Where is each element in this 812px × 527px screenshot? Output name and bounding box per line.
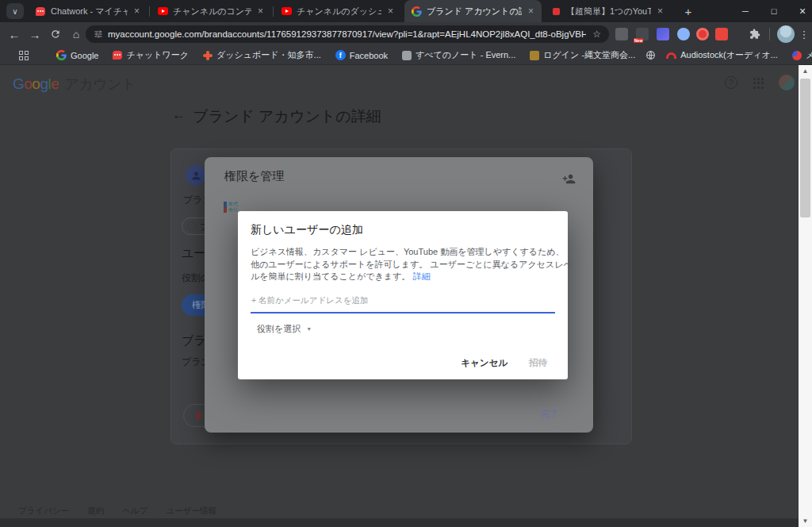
page-back-arrow-icon[interactable]: ← [172, 107, 186, 123]
footer-link-user-info[interactable]: ユーザー情報 [166, 506, 216, 517]
tab-title: チャンネルのダッシュボード - YouTu [297, 6, 381, 17]
page-viewport: Googleアカウント ? ← ブランド アカウントの詳細 ブラン ? ブ ユー… [0, 65, 812, 527]
close-tab-icon[interactable]: × [527, 6, 535, 17]
tab-youtube-content[interactable]: チャンネルのコンテンツ - YouTube S × [151, 0, 271, 22]
scroll-up-icon[interactable]: ▲ [799, 65, 812, 77]
blue-extension-icon[interactable] [657, 28, 669, 40]
cancel-button[interactable]: キャンセル [461, 357, 508, 369]
mercari-favicon-icon [792, 51, 802, 60]
window-minimize-button[interactable]: ─ [733, 0, 758, 22]
profile-avatar[interactable] [777, 25, 795, 43]
reload-button[interactable] [46, 25, 65, 43]
back-button[interactable]: ← [5, 25, 24, 43]
bookmark-evernote[interactable]: すべてのノート - Evern... [402, 49, 515, 61]
close-window-icon: × [799, 5, 806, 17]
tab-chatwork[interactable]: Chatwork - マイチャット × [29, 0, 147, 22]
chevron-down-icon: ∨ [12, 7, 17, 16]
bookmark-label: Facebook [350, 51, 388, 60]
chatwork-favicon-icon [113, 51, 122, 60]
new-badge-extension-icon[interactable]: New [636, 28, 649, 40]
scroll-down-icon[interactable]: ▼ [799, 515, 812, 527]
maximize-icon: □ [772, 6, 777, 16]
globe-favicon-icon [645, 50, 656, 60]
bookmark-jomondo-login[interactable]: ログイン -縄文堂商会... [530, 49, 635, 61]
caret-down-icon: ▼ [306, 326, 312, 332]
person-add-icon[interactable] [562, 172, 576, 186]
close-tab-icon[interactable]: × [256, 6, 265, 17]
question-icon: ? [187, 221, 197, 231]
body-line: ビジネス情報、カスタマー レビュー、YouTube 動画を管理しやすくするため、 [251, 246, 573, 259]
bookmark-globe[interactable] [645, 50, 656, 60]
cloud-extension-icon[interactable] [677, 28, 690, 40]
forward-button[interactable]: → [25, 25, 44, 43]
apps-grid-icon[interactable] [19, 51, 29, 60]
plus-icon: + [685, 5, 692, 18]
footer-link-privacy[interactable]: プライバシー [18, 506, 69, 517]
bookmark-audiostock[interactable]: Audiostock(オーディオ... [666, 49, 778, 61]
facebook-favicon-icon: f [335, 50, 346, 60]
name-or-email-input[interactable] [251, 292, 555, 314]
role-select[interactable]: 役割を選択 ▼ [257, 323, 312, 335]
help-button[interactable]: ? [725, 76, 737, 89]
new-tab-button[interactable]: + [679, 2, 698, 20]
red-circle-extension-icon[interactable] [696, 28, 709, 40]
bookmark-mercari[interactable]: メルカリ - 日本最大の... [792, 49, 812, 61]
close-tab-icon[interactable]: × [132, 6, 141, 17]
close-tab-icon[interactable]: × [386, 6, 395, 17]
url-text[interactable]: myaccount.google.com/brandaccounts/11765… [108, 29, 586, 39]
tab-brand-account-active[interactable]: ブランド アカウントの詳細 × [404, 0, 542, 22]
add-dialog-title: 新しいユーザーの追加 [251, 223, 363, 237]
plus-favicon-icon [203, 51, 213, 60]
bookmark-label: チャットワーク [126, 49, 189, 61]
add-dialog-body: ビジネス情報、カスタマー レビュー、YouTube 動画を管理しやすくするため、… [251, 246, 573, 283]
home-button[interactable]: ⌂ [67, 25, 86, 43]
google-account-logo[interactable]: Googleアカウント [13, 75, 136, 94]
bookmark-label: メルカリ - 日本最大の... [806, 49, 812, 61]
window-close-button[interactable]: × [790, 0, 812, 22]
brand-owner-row: 株式会社 [224, 202, 239, 214]
window-bottom-edge [0, 518, 812, 527]
extensions-button[interactable] [745, 25, 764, 43]
camera-extension-icon[interactable] [615, 28, 628, 40]
evernote-favicon-icon [402, 51, 412, 60]
youtube-favicon-icon [157, 6, 168, 17]
account-avatar[interactable] [779, 75, 795, 90]
minimize-icon: ─ [742, 6, 749, 16]
learn-more-link[interactable]: 詳細 [412, 271, 430, 281]
bookmark-chatwork[interactable]: チャットワーク [113, 49, 189, 61]
footer-link-terms[interactable]: 規約 [87, 506, 104, 517]
youtube-favicon-icon [281, 6, 292, 17]
logo-suffix: アカウント [64, 76, 136, 92]
tab-search-button[interactable]: ∨ [6, 3, 24, 19]
page-scrollbar[interactable]: ▲ ▼ [799, 65, 812, 527]
bookmark-label: すべてのノート - Evern... [416, 49, 515, 61]
bookmark-star-icon[interactable]: ☆ [592, 29, 601, 40]
scrollbar-thumb[interactable] [800, 79, 810, 217]
close-tab-icon[interactable]: × [656, 6, 665, 17]
tab-youtube-article[interactable]: 【超簡単】1つのYouTubeチャンネル × [544, 0, 671, 22]
reload-icon [50, 29, 61, 40]
owner-avatar-icon [224, 202, 227, 213]
done-button[interactable]: 完了 [540, 409, 558, 421]
red-square-extension-icon[interactable] [715, 28, 728, 40]
bookmark-google[interactable]: Google [56, 50, 98, 60]
toolbar-divider [769, 28, 770, 40]
browser-menu-button[interactable]: ⋮ [798, 25, 810, 43]
footer-link-help[interactable]: ヘルプ [122, 506, 147, 517]
window-maximize-button[interactable]: □ [761, 0, 787, 22]
body-line: ルを簡単に割り当てることができます。 [251, 271, 412, 281]
tab-title: チャンネルのコンテンツ - YouTube S [173, 6, 251, 17]
google-favicon-icon [411, 6, 422, 17]
bookmark-facebook[interactable]: f Facebook [335, 50, 388, 60]
bookmark-dashboard[interactable]: ダッシュボード・知多市... [203, 49, 321, 61]
address-bar[interactable]: myaccount.google.com/brandaccounts/11765… [86, 25, 609, 43]
browser-toolbar: ← → ⌂ myaccount.google.com/brandaccounts… [0, 22, 812, 46]
bookmark-label: ログイン -縄文堂商会... [543, 49, 635, 61]
tab-youtube-dashboard[interactable]: チャンネルのダッシュボード - YouTu × [274, 0, 401, 22]
google-apps-icon[interactable] [753, 78, 764, 89]
bookmarks-bar: Google チャットワーク ダッシュボード・知多市... f Facebook… [0, 46, 812, 65]
bookmark-label: ダッシュボード・知多市... [216, 49, 321, 61]
invite-button[interactable]: 招待 [529, 357, 547, 369]
brand-avatar [186, 165, 206, 186]
site-settings-icon[interactable] [94, 29, 103, 39]
